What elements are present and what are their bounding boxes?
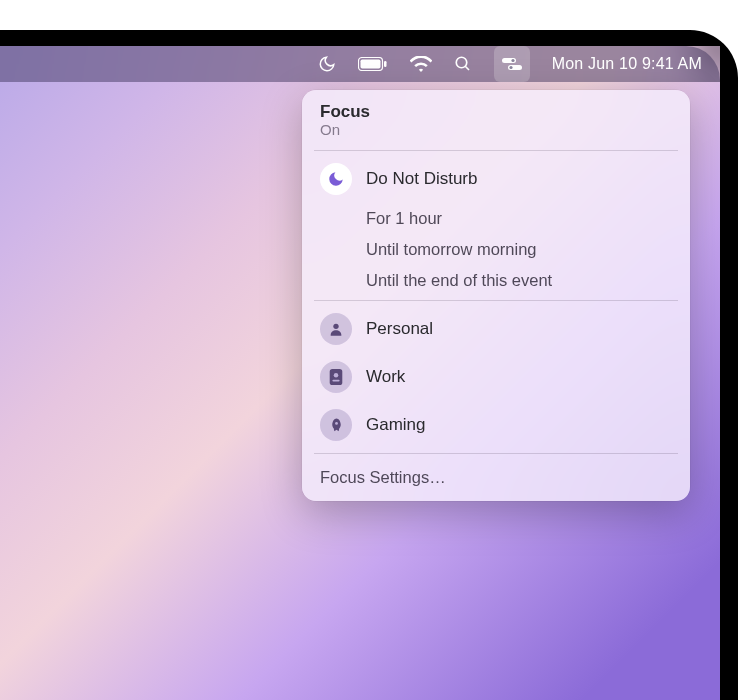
control-center-icon[interactable] [494,46,530,82]
focus-mode-work[interactable]: Work [302,353,690,401]
duration-tomorrow[interactable]: Until tomorrow morning [302,234,690,265]
focus-mode-gaming[interactable]: Gaming [302,401,690,449]
moon-icon [320,163,352,195]
svg-point-13 [335,421,338,424]
svg-point-9 [333,324,338,329]
duration-1hour[interactable]: For 1 hour [302,203,690,234]
svg-point-6 [511,59,514,62]
svg-point-3 [456,57,467,68]
divider [314,453,678,454]
focus-status-icon[interactable] [318,46,336,82]
svg-rect-2 [384,61,387,67]
focus-settings-link[interactable]: Focus Settings… [302,458,690,493]
rocket-icon [320,409,352,441]
dnd-row[interactable]: Do Not Disturb [302,155,690,203]
focus-header: Focus On [302,102,690,146]
duration-event-end[interactable]: Until the end of this event [302,265,690,296]
focus-title: Focus [320,102,672,122]
menubar: Mon Jun 10 9:41 AM [0,46,720,82]
focus-popover: Focus On Do Not Disturb For 1 hour Until… [302,90,690,501]
focus-mode-label: Work [366,367,672,387]
svg-point-8 [509,66,512,69]
dnd-label: Do Not Disturb [366,169,672,189]
focus-mode-label: Personal [366,319,672,339]
svg-rect-1 [360,60,380,69]
battery-icon[interactable] [358,46,388,82]
person-icon [320,313,352,345]
focus-status: On [320,121,672,138]
menubar-datetime[interactable]: Mon Jun 10 9:41 AM [552,55,702,73]
svg-rect-12 [332,380,339,382]
focus-mode-label: Gaming [366,415,672,435]
badge-icon [320,361,352,393]
wifi-icon[interactable] [410,46,432,82]
svg-point-11 [334,373,339,378]
svg-line-4 [465,66,469,70]
focus-mode-personal[interactable]: Personal [302,305,690,353]
spotlight-icon[interactable] [454,46,472,82]
divider [314,300,678,301]
divider [314,150,678,151]
